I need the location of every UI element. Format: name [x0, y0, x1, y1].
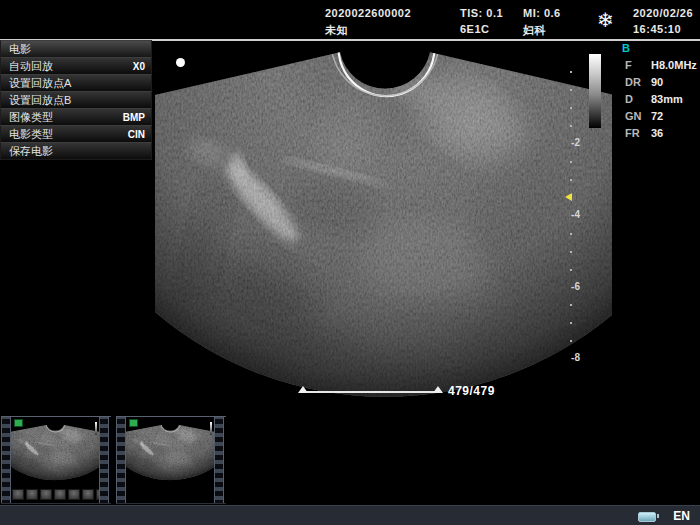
- depth-tick: [570, 340, 572, 342]
- param-label: DR: [625, 76, 651, 93]
- param-value: 83mm: [651, 93, 683, 110]
- system-time: 16:45:10: [633, 23, 681, 35]
- exam-mode: 妇科: [523, 23, 546, 38]
- menu-item-label: 自动回放: [9, 59, 53, 74]
- cine-progress-bar[interactable]: 479/479: [290, 381, 520, 401]
- cine-thumbnail-2[interactable]: [116, 416, 226, 504]
- depth-label: -8: [571, 352, 580, 363]
- mode-b-label: B: [622, 42, 630, 54]
- param-label: F: [625, 59, 651, 76]
- filmstrip-edge: [1, 417, 11, 503]
- patient-name: 未知: [325, 23, 348, 38]
- depth-tick: [570, 179, 572, 181]
- menu-item-value: CIN: [128, 129, 145, 140]
- menu-item-label: 图像类型: [9, 110, 53, 125]
- grayscale-bar: [589, 54, 601, 128]
- param-row: FH8.0MHz: [625, 59, 697, 76]
- probe-model: 6E1C: [460, 23, 490, 35]
- cine-position-marker[interactable]: [433, 386, 443, 393]
- param-label: FR: [625, 127, 651, 144]
- menu-item-value: BMP: [123, 112, 145, 123]
- depth-label: -6: [571, 281, 580, 292]
- ultrasound-screen: 2020022600002 未知 TIS: 0.1 6E1C MI: 0.6 妇…: [0, 0, 700, 525]
- menu-item[interactable]: 图像类型BMP: [0, 108, 152, 126]
- tis-value: TIS: 0.1: [460, 7, 503, 19]
- param-value: 36: [651, 127, 663, 144]
- menu-item-label: 电影类型: [9, 127, 53, 142]
- depth-tick: [570, 89, 572, 91]
- cine-frame-counter: 479/479: [448, 384, 495, 398]
- thumbnail-image: [11, 417, 99, 503]
- menu-item[interactable]: 设置回放点A: [0, 74, 152, 92]
- depth-tick: [570, 269, 572, 271]
- menu-item[interactable]: 自动回放X0: [0, 57, 152, 75]
- filmstrip-edge: [214, 417, 224, 503]
- mini-grayscale-bar: [210, 422, 212, 435]
- param-value: 72: [651, 110, 663, 127]
- depth-tick: [570, 71, 572, 73]
- depth-tick: [570, 161, 572, 163]
- taskbar: EN: [0, 505, 700, 525]
- mi-value: MI: 0.6: [523, 7, 561, 19]
- language-indicator[interactable]: EN: [673, 509, 690, 523]
- depth-tick: [570, 125, 572, 127]
- focus-position-marker: [565, 193, 572, 201]
- cine-start-marker[interactable]: [298, 386, 308, 393]
- cine-clip-badge-icon: [129, 419, 138, 427]
- filmstrip-edge: [99, 417, 109, 503]
- thumbnail-image: [126, 417, 214, 503]
- battery-icon: [638, 512, 656, 522]
- depth-tick: [570, 322, 572, 324]
- cine-thumbnail-1[interactable]: [1, 416, 111, 504]
- depth-tick: [570, 251, 572, 253]
- menu-item-value: X0: [133, 61, 145, 72]
- mini-grayscale-bar: [95, 422, 97, 435]
- param-value: H8.0MHz: [651, 59, 697, 76]
- mini-thumbnail-strip: [12, 489, 99, 500]
- param-row: GN72: [625, 110, 697, 127]
- param-label: D: [625, 93, 651, 110]
- menu-title[interactable]: 电影: [0, 40, 152, 58]
- param-label: GN: [625, 110, 651, 127]
- menu-item[interactable]: 电影类型CIN: [0, 125, 152, 143]
- depth-label: -2: [571, 137, 580, 148]
- depth-tick: [570, 304, 572, 306]
- menu-item-label: 保存电影: [9, 144, 53, 159]
- param-value: 90: [651, 76, 663, 93]
- ultrasound-image: [155, 40, 612, 402]
- depth-label: -4: [571, 209, 580, 220]
- cine-menu: 电影 自动回放X0设置回放点A设置回放点B图像类型BMP电影类型CIN保存电影: [0, 41, 152, 160]
- menu-title-label: 电影: [9, 42, 31, 57]
- menu-item[interactable]: 保存电影: [0, 142, 152, 160]
- depth-tick: [570, 107, 572, 109]
- depth-tick: [570, 233, 572, 235]
- freeze-snowflake-icon: ❄: [597, 8, 614, 32]
- param-row: DR90: [625, 76, 697, 93]
- menu-item[interactable]: 设置回放点B: [0, 91, 152, 109]
- menu-item-label: 设置回放点A: [9, 76, 71, 91]
- param-row: D83mm: [625, 93, 697, 110]
- patient-id: 2020022600002: [325, 7, 411, 19]
- image-parameter-panel: FH8.0MHzDR90D83mmGN72FR36: [625, 59, 697, 144]
- cine-clip-badge-icon: [14, 419, 23, 427]
- system-date: 2020/02/26: [633, 7, 693, 19]
- menu-item-label: 设置回放点B: [9, 93, 71, 108]
- filmstrip-edge: [116, 417, 126, 503]
- depth-ruler: -2-4-6-8: [556, 40, 582, 402]
- param-row: FR36: [625, 127, 697, 144]
- cine-progress-line[interactable]: [302, 391, 440, 393]
- probe-orientation-dot: [176, 58, 185, 67]
